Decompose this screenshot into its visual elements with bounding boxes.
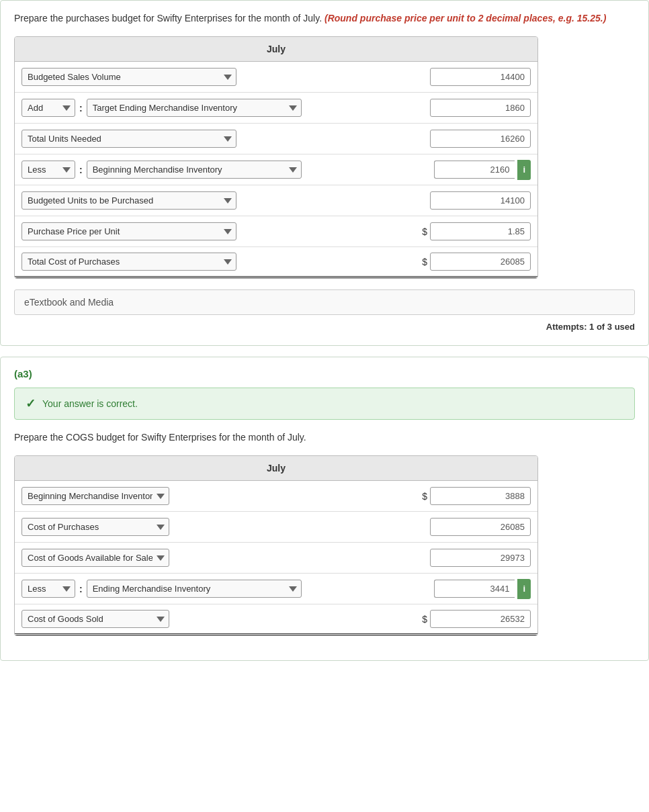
cogs-cost-purchases-value-area [396, 518, 531, 536]
cogs-beginning-value-area: $ [396, 487, 531, 505]
table-row-total-units: Total Units Needed [15, 124, 537, 154]
beginning-merch-input[interactable] [434, 161, 515, 179]
target-ending-select[interactable]: Target Ending Merchandise Inventory [87, 99, 302, 117]
etextbook-label: eTextbook and Media [24, 297, 114, 308]
total-units-select[interactable]: Total Units Needed [21, 130, 236, 148]
cogs-label-cost-purchases: Cost of Purchases [21, 518, 396, 536]
cogs-sold-input[interactable] [430, 610, 531, 628]
table-row-less-beginning: Less Add : Beginning Merchandise Invento… [15, 154, 537, 185]
instruction-a2: Prepare the purchases budget for Swifty … [14, 11, 635, 26]
instruction-normal-text: Prepare the purchases budget for Swifty … [14, 13, 322, 24]
dollar-sign-2: $ [422, 257, 427, 267]
cogs-ending-select[interactable]: Ending Merchandise Inventory [87, 580, 302, 598]
cogs-label-less-ending: Less Add : Ending Merchandise Inventory [21, 580, 396, 598]
row-label-less-beginning: Less Add : Beginning Merchandise Invento… [21, 161, 396, 179]
cogs-sold-value-area: $ [396, 610, 531, 628]
purchase-price-input[interactable] [430, 222, 531, 240]
cogs-dollar-1: $ [422, 491, 427, 502]
cogs-cost-purchases-input[interactable] [430, 518, 531, 536]
budgeted-units-value-area [396, 191, 531, 210]
budgeted-units-select[interactable]: Budgeted Units to be Purchased [21, 191, 236, 210]
beginning-merch-select[interactable]: Beginning Merchandise Inventory [87, 161, 302, 179]
info-button-beginning[interactable]: i [517, 160, 531, 180]
table-row-total-cost: Total Cost of Purchases $ [15, 247, 537, 278]
purchases-budget-table: July Budgeted Sales Volume Add Less : [14, 36, 538, 279]
cogs-goods-available-select[interactable]: Cost of Goods Available for Sale [21, 549, 169, 567]
row-label-budgeted-units: Budgeted Units to be Purchased [21, 191, 396, 210]
colon-2: : [79, 165, 83, 175]
cogs-column-header: July [267, 463, 286, 473]
table-row-budgeted-sales: Budgeted Sales Volume [15, 62, 537, 93]
row-label-add-target: Add Less : Target Ending Merchandise Inv… [21, 99, 396, 117]
total-cost-input[interactable] [430, 253, 531, 271]
row-label-budgeted-sales: Budgeted Sales Volume [21, 68, 396, 86]
cogs-row-sold: Cost of Goods Sold $ [15, 604, 537, 635]
budgeted-sales-value-area [396, 68, 531, 86]
cogs-label-goods-available: Cost of Goods Available for Sale [21, 549, 396, 567]
target-ending-input[interactable] [430, 99, 531, 117]
table-header-july: July [15, 37, 537, 62]
correct-message: Your answer is correct. [42, 398, 138, 409]
table-row-add-target: Add Less : Target Ending Merchandise Inv… [15, 93, 537, 124]
cogs-row-beginning: Beginning Merchandise Inventory $ [15, 481, 537, 512]
cogs-row-less-ending: Less Add : Ending Merchandise Inventory … [15, 574, 537, 604]
purchase-price-select[interactable]: Purchase Price per Unit [21, 222, 236, 240]
add-prefix-select[interactable]: Add Less [21, 99, 75, 117]
cogs-less-prefix-select[interactable]: Less Add [21, 580, 75, 598]
cogs-dollar-2: $ [422, 614, 427, 625]
cogs-cost-purchases-select[interactable]: Cost of Purchases [21, 518, 169, 536]
section-a3-tag: (a3) [14, 368, 635, 379]
cogs-sold-select[interactable]: Cost of Goods Sold [21, 610, 169, 628]
cogs-label-beginning: Beginning Merchandise Inventory [21, 487, 396, 505]
column-header-july: July [267, 44, 286, 54]
cogs-beginning-input[interactable] [430, 487, 531, 505]
row-label-total-cost: Total Cost of Purchases [21, 253, 396, 271]
total-cost-select[interactable]: Total Cost of Purchases [21, 253, 236, 271]
instruction-a3: Prepare the COGS budget for Swifty Enter… [14, 431, 635, 445]
cogs-budget-table: July Beginning Merchandise Inventory $ C… [14, 455, 538, 636]
total-units-value-area [396, 130, 531, 148]
attempts-text: Attempts: 1 of 3 used [14, 322, 635, 332]
row-label-total-units: Total Units Needed [21, 130, 396, 148]
table-row-budgeted-units: Budgeted Units to be Purchased [15, 185, 537, 216]
total-units-input[interactable] [430, 130, 531, 148]
cogs-goods-available-value-area [396, 549, 531, 567]
cogs-ending-value-area: i [396, 579, 531, 599]
instruction-highlight-text: (Round purchase price per unit to 2 deci… [324, 13, 606, 24]
cogs-goods-available-input[interactable] [430, 549, 531, 567]
cogs-row-cost-purchases: Cost of Purchases [15, 512, 537, 543]
etextbook-bar: eTextbook and Media [14, 289, 635, 315]
purchase-price-value-area: $ [396, 222, 531, 240]
budgeted-sales-input[interactable] [430, 68, 531, 86]
total-cost-value-area: $ [396, 253, 531, 271]
colon-1: : [79, 103, 83, 114]
info-button-ending[interactable]: i [517, 579, 531, 599]
cogs-beginning-select[interactable]: Beginning Merchandise Inventory [21, 487, 169, 505]
section-a2: Prepare the purchases budget for Swifty … [0, 0, 649, 346]
table-row-purchase-price: Purchase Price per Unit $ [15, 216, 537, 247]
less-prefix-select[interactable]: Less Add [21, 161, 75, 179]
beginning-merch-value-area: i [396, 160, 531, 180]
target-ending-value-area [396, 99, 531, 117]
checkmark-icon: ✓ [26, 396, 36, 411]
cogs-colon: : [79, 584, 83, 594]
row-label-purchase-price: Purchase Price per Unit [21, 222, 396, 240]
dollar-sign-1: $ [422, 226, 427, 237]
budgeted-units-input[interactable] [430, 191, 531, 210]
correct-banner: ✓ Your answer is correct. [14, 388, 635, 420]
cogs-row-goods-available: Cost of Goods Available for Sale [15, 543, 537, 574]
cogs-label-sold: Cost of Goods Sold [21, 610, 396, 628]
section-a3: (a3) ✓ Your answer is correct. Prepare t… [0, 357, 649, 661]
cogs-table-header: July [15, 456, 537, 481]
cogs-ending-input[interactable] [434, 580, 515, 598]
budgeted-sales-volume-select[interactable]: Budgeted Sales Volume [21, 68, 236, 86]
